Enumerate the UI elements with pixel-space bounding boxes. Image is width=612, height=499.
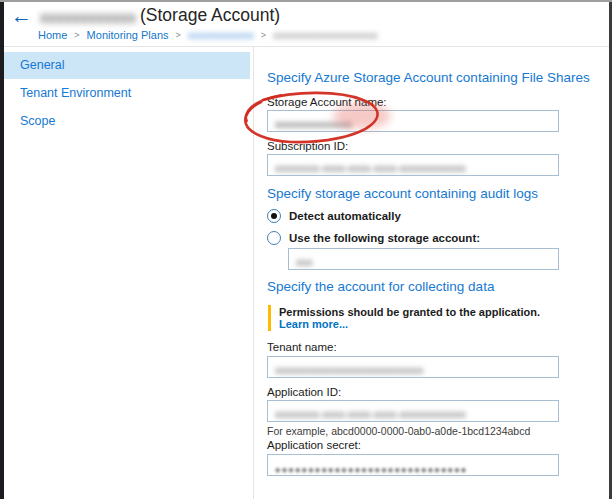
application-secret-masked-value: ●●●●●●●●●●●●●●●●●●●●●●●●●●●●●	[275, 465, 467, 475]
breadcrumb: Home > Monitoring Plans > xxxxxxxxxxxx >…	[38, 29, 378, 41]
learn-more-link[interactable]: Learn more...	[279, 318, 348, 330]
subscription-id-value-redacted: xxxxxxxx-xxxx-xxxx-xxxx-xxxxxxxxxxxx	[275, 162, 466, 174]
application-id-input[interactable]: xxxxxxxx-xxxx-xxxx-xxxx-xxxxxxxxxxxx	[267, 400, 559, 422]
window-top-border	[0, 0, 612, 2]
use-following-storage-radio[interactable]: Use the following storage account:	[267, 231, 480, 245]
radio-unselected-icon[interactable]	[267, 231, 281, 245]
storage-account-name-label: Storage Account name:	[267, 96, 387, 108]
sidebar-item-scope[interactable]: Scope	[4, 108, 250, 135]
file-shares-section-heading: Specify Azure Storage Account containing…	[267, 70, 590, 85]
audit-storage-account-input[interactable]: xxx	[288, 248, 559, 270]
application-id-value-redacted: xxxxxxxx-xxxx-xxxx-xxxx-xxxxxxxxxxxx	[275, 408, 466, 420]
warning-text: Permissions should be granted to the app…	[279, 306, 560, 330]
radio-selected-icon[interactable]	[267, 209, 281, 223]
storage-account-settings-window: ← xxxxxxxxxxxx (Storage Account) Home > …	[0, 0, 612, 499]
breadcrumb-separator: >	[176, 30, 181, 40]
storage-account-name-input[interactable]: xxxxxxxxxxxxxx	[267, 110, 559, 132]
application-id-label: Application ID:	[267, 386, 341, 398]
page-title: (Storage Account)	[140, 5, 280, 26]
breadcrumb-monitoring-plans[interactable]: Monitoring Plans	[87, 29, 169, 41]
detect-automatically-radio[interactable]: Detect automatically	[267, 209, 401, 223]
permissions-warning: Permissions should be granted to the app…	[268, 305, 560, 331]
use-following-storage-label: Use the following storage account:	[289, 232, 480, 244]
header-divider	[4, 46, 609, 47]
warning-bar-icon	[268, 305, 271, 331]
detect-automatically-label: Detect automatically	[289, 210, 401, 222]
breadcrumb-home[interactable]: Home	[38, 29, 67, 41]
account-name-redacted: xxxxxxxxxxxx	[40, 9, 136, 27]
breadcrumb-separator: >	[261, 30, 266, 40]
application-id-hint: For example, abcd0000-0000-0ab0-a0de-1bc…	[267, 425, 530, 437]
tenant-name-label: Tenant name:	[267, 341, 337, 353]
breadcrumb-plan-redacted[interactable]: xxxxxxxxxxxx	[188, 29, 254, 41]
application-secret-label: Application secret:	[267, 439, 361, 451]
breadcrumb-current-redacted: xxxxxxxxxxxxxxxxxxx	[273, 29, 378, 41]
audit-logs-section-heading: Specify storage account containing audit…	[267, 186, 538, 201]
breadcrumb-separator: >	[74, 30, 79, 40]
application-secret-input[interactable]: ●●●●●●●●●●●●●●●●●●●●●●●●●●●●●	[267, 454, 559, 476]
tenant-name-value-redacted: xxxxxxxxxxxxxxxxxxxxxxxxxxx	[275, 364, 424, 376]
sidebar-item-tenant-environment[interactable]: Tenant Environment	[4, 80, 250, 107]
storage-account-name-value-redacted: xxxxxxxxxxxxxx	[275, 118, 352, 130]
back-arrow-icon[interactable]: ←	[11, 4, 32, 28]
tenant-name-input[interactable]: xxxxxxxxxxxxxxxxxxxxxxxxxxx	[267, 356, 559, 378]
sidebar-divider	[253, 47, 254, 499]
sidebar: General Tenant Environment Scope	[4, 52, 250, 136]
warning-message: Permissions should be granted to the app…	[279, 306, 540, 318]
collect-data-section-heading: Specify the account for collecting data	[267, 279, 494, 294]
audit-storage-account-value-redacted: xxx	[296, 256, 313, 268]
subscription-id-label: Subscription ID:	[267, 140, 348, 152]
sidebar-item-general[interactable]: General	[4, 52, 250, 79]
subscription-id-input[interactable]: xxxxxxxx-xxxx-xxxx-xxxx-xxxxxxxxxxxx	[267, 154, 559, 176]
